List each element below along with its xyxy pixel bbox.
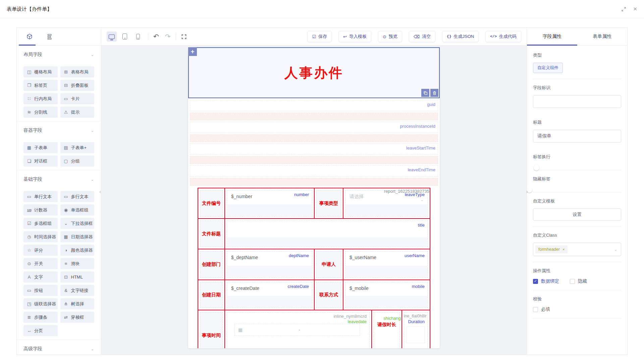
palette-item-0-7[interactable]: ⚠提示 [60, 107, 95, 118]
field-label-cell[interactable]: 文件标题 [198, 219, 224, 249]
field-textarea-cell[interactable]: title [225, 219, 430, 249]
palette-body: 布局字段⌄◫栅格布局⊞表格布局❐标签页⊟折叠面板∷行内布局▭卡片≋分割线⚠提示容… [17, 46, 101, 355]
toolbar-button-3[interactable]: ⌫清空 [409, 31, 435, 42]
duration-input[interactable] [406, 326, 425, 343]
undo-button[interactable]: ↶ [153, 33, 159, 41]
palette-item-0-2[interactable]: ❐标签页 [23, 80, 58, 91]
hidden-field-input-row[interactable] [190, 113, 438, 120]
field-label-cell[interactable]: 创建日期 [198, 280, 224, 310]
hidden-field-input-row[interactable] [190, 178, 438, 186]
hidden-checkbox[interactable]: 隐藏 [570, 278, 587, 284]
toolbar-button-1[interactable]: ↩导入模板 [338, 31, 371, 42]
form-header-block-selected[interactable]: + 人事办件 [188, 47, 440, 98]
field-input-cell[interactable]: $_mobilemobile [343, 280, 430, 310]
field-label-cell[interactable]: 文件编号 [198, 188, 224, 218]
device-desktop-button[interactable] [107, 32, 117, 42]
field-input-cell[interactable]: $_deptNamedeptName [225, 249, 314, 280]
palette-section-header[interactable]: 容器字段⌄ [23, 127, 94, 134]
toolbar-button-0[interactable]: ☑保存 [307, 31, 332, 42]
palette-item-label: 按钮 [34, 288, 43, 294]
palette-item-1-2[interactable]: ❏对话框 [23, 156, 58, 167]
field-input-cell[interactable]: $_numbernumber [225, 188, 314, 218]
delete-block-icon[interactable] [430, 89, 438, 97]
date-range-input[interactable]: ▦- [234, 324, 360, 336]
palette-item-2-8[interactable]: ☆评分 [23, 245, 58, 256]
palette-item-2-13[interactable]: ⊡HTML [60, 272, 95, 283]
palette-section-header[interactable]: 基础字段⌄ [23, 176, 94, 183]
duration-cell[interactable]: ine_6ai0h8lrDuration [402, 310, 430, 348]
palette-item-2-2[interactable]: 123计数器 [23, 204, 58, 216]
required-checkbox[interactable]: 必填 [533, 306, 550, 312]
palette-item-1-3[interactable]: ▢分组 [60, 156, 95, 167]
field-input-cell[interactable]: $_createDatecreateDate [225, 280, 314, 310]
palette-item-0-3[interactable]: ⊟折叠面板 [60, 80, 95, 91]
type-tag[interactable]: 自定义组件 [533, 63, 563, 73]
field-label-cell[interactable]: 事项类型 [315, 188, 343, 218]
hidden-field-processInstanceId[interactable]: processInstanceId [190, 122, 438, 133]
palette-item-2-7[interactable]: ▦日期选择器 [60, 231, 95, 242]
palette-item-2-14[interactable]: ▭按钮 [23, 285, 58, 296]
hidden-field-leaveEndTime[interactable]: leaveEndTime [190, 165, 438, 177]
field-label-cell[interactable]: shichang请假时长 [372, 310, 401, 348]
collapse-left-panel-handle[interactable]: ‹ [99, 188, 101, 194]
palette-item-2-12[interactable]: A文字 [23, 272, 58, 283]
field-label-cell[interactable]: 联系方式 [315, 280, 343, 310]
device-phone-button[interactable] [133, 32, 143, 42]
date-range-cell[interactable]: inline_nym8mcrdleavedate▦- [225, 310, 371, 348]
hidden-field-input-row[interactable] [190, 134, 438, 142]
toolbar-button-4[interactable]: {}生成JSON [442, 31, 479, 42]
palette-item-0-0[interactable]: ◫栅格布局 [23, 66, 58, 77]
palette-item-2-3[interactable]: ◉单选框组 [60, 204, 95, 216]
palette-item-0-4[interactable]: ∷行内布局 [23, 93, 58, 104]
palette-item-2-18[interactable]: ≣步骤条 [23, 312, 58, 323]
data-binding-checkbox[interactable]: 数据绑定 [533, 278, 559, 284]
class-tag-remove-icon[interactable]: × [562, 247, 565, 251]
tab-field-properties[interactable]: 字段属性 [527, 28, 577, 45]
field-id-input[interactable] [533, 95, 621, 108]
redo-button[interactable]: ↷ [165, 33, 171, 41]
hidden-field-input-row[interactable] [190, 156, 438, 164]
device-tablet-button[interactable] [120, 32, 130, 42]
canvas-scroll[interactable]: + 人事办件 [101, 46, 527, 355]
move-handle-icon[interactable]: + [188, 47, 197, 56]
palette-item-1-1[interactable]: ▤子表单+ [60, 142, 95, 153]
palette-item-2-0[interactable]: ▭单行文本 [23, 191, 58, 202]
palette-item-2-20[interactable]: ↔分页 [23, 325, 58, 336]
copy-block-icon[interactable] [421, 89, 429, 97]
palette-item-0-5[interactable]: ▭卡片 [60, 93, 95, 104]
collapse-right-panel-handle[interactable]: › [526, 188, 528, 194]
settings-button[interactable]: 设置 [533, 208, 621, 221]
palette-item-2-6[interactable]: ◷时间选择器 [23, 231, 58, 242]
palette-item-2-11[interactable]: ≡滑块 [60, 258, 95, 269]
components-tab-cube-icon[interactable] [26, 33, 33, 40]
palette-item-2-19[interactable]: ⇄穿梭框 [60, 312, 95, 323]
window-close-icon[interactable]: ✕ [633, 6, 637, 12]
palette-item-2-15[interactable]: &文字链接 [60, 285, 95, 296]
fullscreen-button[interactable] [181, 34, 187, 40]
palette-item-2-5[interactable]: ⌄下拉选择框 [60, 218, 95, 229]
toolbar-button-5[interactable]: </>生成代码 [485, 31, 521, 42]
palette-item-0-1[interactable]: ⊞表格布局 [60, 66, 95, 77]
palette-item-2-4[interactable]: ☑多选框组 [23, 218, 58, 229]
hidden-field-guid[interactable]: guid [190, 100, 438, 111]
palette-section-header[interactable]: 布局字段⌄ [23, 51, 94, 58]
palette-section-header[interactable]: 高级字段⌄ [23, 346, 94, 352]
toolbar-button-2[interactable]: ⊙预览 [378, 31, 402, 42]
title-input[interactable] [533, 130, 621, 142]
palette-item-2-9[interactable]: ◑颜色选择器 [60, 245, 95, 256]
custom-class-select[interactable]: formheader × ⌄ [533, 243, 621, 256]
palette-item-2-17[interactable]: ⋔树选择 [60, 298, 95, 309]
field-label-cell[interactable]: 事项时间 [198, 310, 224, 348]
field-input-cell[interactable]: $_userNameuserName [343, 249, 430, 280]
palette-item-2-16[interactable]: ◳级联选择器 [23, 298, 58, 309]
palette-item-0-6[interactable]: ≋分割线 [23, 107, 58, 118]
palette-item-2-10[interactable]: ⊙开关 [23, 258, 58, 269]
palette-item-2-1[interactable]: ▭多行文本 [60, 191, 95, 202]
tab-form-properties[interactable]: 表单属性 [577, 28, 628, 45]
hidden-field-leaveStartTime[interactable]: leaveStartTime [190, 143, 438, 155]
field-label-cell[interactable]: 申请人 [315, 249, 343, 280]
outline-tab-tree-icon[interactable] [46, 33, 52, 40]
field-label-cell[interactable]: 创建部门 [198, 249, 224, 280]
window-expand-icon[interactable] [621, 7, 626, 12]
palette-item-1-0[interactable]: ▦子表单 [23, 142, 58, 153]
